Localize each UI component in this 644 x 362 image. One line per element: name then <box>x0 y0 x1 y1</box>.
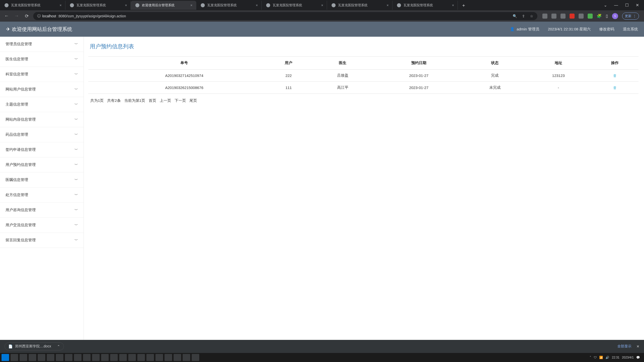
cell-doctor: 高江平 <box>312 82 373 94</box>
show-all-downloads[interactable]: 全部显示 <box>617 344 631 349</box>
task-icon[interactable] <box>174 354 181 361</box>
task-icon[interactable] <box>74 354 82 361</box>
task-icon[interactable] <box>56 354 63 361</box>
task-icon[interactable] <box>137 354 145 361</box>
minimize-icon[interactable]: — <box>614 3 618 8</box>
start-button[interactable] <box>2 354 9 361</box>
sidebar-item[interactable]: 签约申请信息管理﹀ <box>0 142 84 157</box>
reload-button[interactable]: ⟳ <box>23 13 30 19</box>
close-icon[interactable]: × <box>125 3 127 7</box>
extension-icon[interactable] <box>579 14 584 19</box>
close-icon[interactable]: × <box>190 3 192 7</box>
extension-icon[interactable] <box>560 14 566 19</box>
col-action: 操作 <box>591 57 638 70</box>
tray-date[interactable]: 2023/4/1 <box>622 356 634 359</box>
browser-tab[interactable]: 瓦里克医院管理系统× <box>327 1 392 10</box>
sidebar-item[interactable]: 网站用户信息管理﹀ <box>0 82 84 97</box>
sidebar-item[interactable]: 处方信息管理﹀ <box>0 188 84 203</box>
admin-app: ✈ 欢迎使用网站后台管理系统 👤admin 管理员 2023/4/1 22:31… <box>0 22 644 343</box>
notifications-icon[interactable]: 💬 <box>636 356 640 359</box>
task-icon[interactable] <box>146 354 154 361</box>
update-button[interactable]: 更新⋮ <box>622 13 639 20</box>
system-tray[interactable]: ˄ 🛡 📶 🔊 22:31 2023/4/1 💬 <box>590 356 642 359</box>
address-bar[interactable]: ⓘ localhost:8080/ssm_jtysyypt/asign/getA… <box>33 12 537 20</box>
logout-link[interactable]: 退出系统 <box>623 27 638 32</box>
current-user[interactable]: 👤admin 管理员 <box>510 27 539 32</box>
browser-tabstrip: 瓦里克医院管理系统× 瓦里克医院管理系统× 欢迎使用后台管理系统× 瓦里克医院管… <box>0 0 644 10</box>
close-downloads-icon[interactable]: ✕ <box>636 344 639 348</box>
forward-button[interactable]: → <box>13 13 20 19</box>
task-icon[interactable] <box>38 354 45 361</box>
browser-tab-active[interactable]: 欢迎使用后台管理系统× <box>131 1 196 10</box>
maximize-icon[interactable]: ☐ <box>625 3 629 8</box>
change-password-link[interactable]: 修改密码 <box>599 27 614 32</box>
tray-chevron-icon[interactable]: ˄ <box>590 356 591 359</box>
first-page-link[interactable]: 首页 <box>149 98 156 103</box>
delete-icon[interactable]: 🗑 <box>613 85 617 90</box>
close-icon[interactable]: × <box>452 3 454 7</box>
share-icon[interactable]: ⇪ <box>522 14 525 18</box>
zoom-icon[interactable]: 🔍 <box>513 14 517 18</box>
task-icon[interactable] <box>165 354 172 361</box>
task-icon[interactable] <box>119 354 127 361</box>
site-info-icon[interactable]: ⓘ <box>37 14 41 18</box>
tray-clock[interactable]: 22:31 <box>612 356 619 359</box>
sidebar-item[interactable]: 药品信息管理﹀ <box>0 127 84 142</box>
task-icon[interactable] <box>155 354 163 361</box>
sidebar-item[interactable]: 医嘱信息管理﹀ <box>0 172 84 188</box>
sidebar-item[interactable]: 网站内容信息管理﹀ <box>0 112 84 127</box>
extension-icon[interactable] <box>551 14 556 19</box>
prev-page-link[interactable]: 上一页 <box>160 98 171 103</box>
task-icon[interactable] <box>128 354 136 361</box>
task-icon[interactable] <box>92 354 100 361</box>
sidebar-item[interactable]: 医生信息管理﹀ <box>0 52 84 67</box>
browser-tab[interactable]: 瓦里克医院管理系统× <box>0 1 65 10</box>
tray-icon[interactable]: 📶 <box>599 356 603 359</box>
sidebar-item[interactable]: 留言回复信息管理﹀ <box>0 233 84 248</box>
sidebar-item[interactable]: 用户预约信息管理﹀ <box>0 157 84 172</box>
sidebar-item[interactable]: 用户咨询信息管理﹀ <box>0 203 84 218</box>
extension-icon[interactable] <box>570 14 575 19</box>
task-icon[interactable] <box>192 354 199 361</box>
browser-tab[interactable]: 瓦里克医院管理系统× <box>392 1 458 10</box>
close-window-icon[interactable]: ✕ <box>636 3 639 8</box>
extension-icon[interactable] <box>588 14 593 19</box>
bookmark-icon[interactable]: ☆ <box>530 14 533 18</box>
total-rows: 共有2条 <box>107 98 120 103</box>
task-icon[interactable] <box>29 354 36 361</box>
task-icon[interactable] <box>101 354 109 361</box>
sidebar-item[interactable]: 科室信息管理﹀ <box>0 67 84 82</box>
last-page-link[interactable]: 尾页 <box>189 98 197 103</box>
new-tab-button[interactable]: ＋ <box>458 2 469 8</box>
sidebar-item[interactable]: 管理员信息管理﹀ <box>0 37 84 52</box>
close-icon[interactable]: × <box>60 3 62 7</box>
chevron-down-icon[interactable]: ⌄ <box>604 3 607 8</box>
sidebar-item[interactable]: 用户交流信息管理﹀ <box>0 218 84 233</box>
side-panel-icon[interactable]: ▯ <box>606 14 608 18</box>
tray-icon[interactable]: 🔊 <box>606 356 609 359</box>
task-icon[interactable] <box>183 354 190 361</box>
task-icon[interactable] <box>83 354 91 361</box>
close-icon[interactable]: × <box>321 3 323 7</box>
task-icon[interactable] <box>20 354 27 361</box>
extension-icon[interactable] <box>542 14 547 19</box>
task-icon[interactable] <box>47 354 54 361</box>
tab-title: 欢迎使用后台管理系统 <box>142 3 175 8</box>
browser-tab[interactable]: 瓦里克医院管理系统× <box>65 1 131 10</box>
browser-tab[interactable]: 瓦里克医院管理系统× <box>262 1 327 10</box>
close-icon[interactable]: × <box>387 3 389 7</box>
download-item[interactable]: 📄 郑州西亚斯学院....docx ⌃ <box>5 342 64 350</box>
sidebar-item[interactable]: 主题信息管理﹀ <box>0 97 84 112</box>
next-page-link[interactable]: 下一页 <box>175 98 186 103</box>
tray-icon[interactable]: 🛡 <box>594 356 597 359</box>
task-icon[interactable] <box>110 354 118 361</box>
profile-avatar[interactable]: S <box>612 13 618 19</box>
task-icon[interactable] <box>65 354 72 361</box>
close-icon[interactable]: × <box>256 3 258 7</box>
extensions-menu-icon[interactable]: 🧩 <box>597 14 602 18</box>
back-button[interactable]: ← <box>3 13 10 19</box>
chevron-up-icon[interactable]: ⌃ <box>57 344 60 348</box>
search-button[interactable] <box>11 354 18 361</box>
browser-tab[interactable]: 瓦里克医院管理系统× <box>196 1 262 10</box>
delete-icon[interactable]: 🗑 <box>613 73 617 78</box>
